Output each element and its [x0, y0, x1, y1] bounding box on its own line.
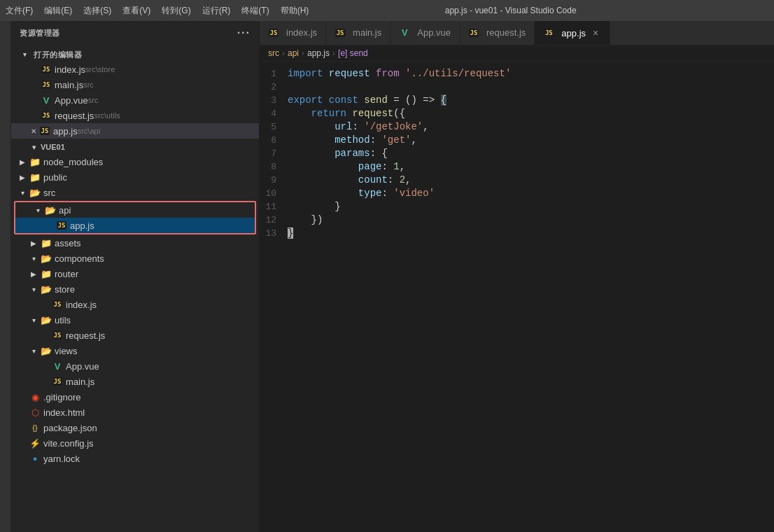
tree-item-app.js[interactable]: JSapp.js — [15, 218, 255, 233]
git-file-icon: ◉ — [29, 391, 41, 402]
tree-item-gitignore[interactable]: ◉.gitignore — [11, 389, 259, 405]
punct-token: () — [405, 94, 417, 106]
tree-item-yarn_lock[interactable]: ●yarn.lock — [11, 451, 259, 466]
menu-item[interactable]: 查看(V) — [122, 5, 150, 17]
tree-item-label: router — [55, 269, 78, 279]
sidebar-header: 资源管理器 ··· — [11, 21, 259, 45]
open-editors-section[interactable]: ▾ 打开的编辑器 — [11, 45, 259, 62]
breadcrumb-folder[interactable]: api — [288, 48, 299, 58]
line-number: 9 — [260, 174, 288, 187]
tab-close-button[interactable]: × — [590, 27, 601, 38]
tree-item-app_vue2[interactable]: VApp.vue — [11, 358, 259, 374]
tree-item-index_html[interactable]: ⬡index.html — [11, 405, 259, 420]
string-token: '../utils/request' — [405, 68, 511, 79]
tree-item-main_js2[interactable]: JSmain.js — [11, 374, 259, 389]
code-editor[interactable]: 1import request from '../utils/request'2… — [260, 62, 774, 532]
sidebar-more-button[interactable]: ··· — [237, 27, 251, 39]
open-editor-path: src\api — [78, 127, 100, 135]
punct-token — [388, 94, 393, 106]
open-editor-path: src — [88, 96, 99, 104]
function-token: send — [364, 94, 388, 106]
tab-label: request.js — [486, 27, 526, 38]
punct-token — [288, 148, 335, 159]
editor-tab-index-js[interactable]: JSindex.js — [260, 21, 326, 45]
tree-item-request_js[interactable]: JSrequest.js — [11, 328, 259, 343]
tree-item-utils[interactable]: ▾📂utils — [11, 312, 259, 328]
tree-item-label: store — [55, 284, 75, 295]
menu-item[interactable]: 编辑(E) — [44, 5, 72, 17]
tree-item-label: public — [43, 172, 67, 183]
api-folder-highlight: ▾📂apiJSapp.js — [14, 201, 256, 234]
function-token: request — [352, 108, 393, 119]
editor-tab-request-js[interactable]: JSrequest.js — [460, 21, 535, 45]
folder-chevron-icon: ▶ — [28, 270, 39, 278]
menu-bar[interactable]: 文件(F)编辑(E)选择(S)查看(V)转到(G)运行(R)终端(T)帮助(H) — [6, 5, 309, 17]
menu-item[interactable]: 终端(T) — [241, 5, 269, 17]
string-token: '/getJoke' — [364, 121, 423, 132]
folder-open-icon: 📂 — [45, 204, 56, 216]
menu-item[interactable]: 帮助(H) — [281, 5, 309, 17]
punct-token — [370, 68, 376, 79]
code-line: 1import request from '../utils/request' — [260, 67, 774, 80]
menu-item[interactable]: 转到(G) — [162, 5, 190, 17]
file-tree: ▾ 打开的编辑器 JSindex.js src\storeJSmain.js s… — [11, 45, 259, 532]
open-editor-item[interactable]: JSrequest.js src\utils — [11, 108, 259, 123]
tree-item-label: main.js — [66, 377, 94, 387]
tree-item-public[interactable]: ▶📁public — [11, 169, 259, 185]
line-number: 2 — [260, 80, 288, 94]
open-editor-item[interactable]: VApp.vue src — [11, 92, 259, 108]
breadcrumb-folder[interactable]: src — [268, 48, 279, 58]
keyword-token: return — [311, 108, 346, 119]
keyword2-token: from — [376, 68, 400, 79]
project-name: VUE01 — [41, 143, 65, 151]
tree-item-vite_config[interactable]: ⚡vite.config.js — [11, 435, 259, 451]
open-editor-item[interactable]: JSindex.js src\store — [11, 62, 259, 77]
breadcrumb-file[interactable]: app.js — [307, 48, 330, 58]
open-editor-path: src — [83, 80, 94, 89]
menu-item[interactable]: 运行(R) — [202, 5, 231, 17]
tree-item-node_modules[interactable]: ▶📁node_modules — [11, 154, 259, 169]
js-file-icon: JS — [41, 64, 52, 75]
breadcrumb-symbol[interactable]: [e] send — [338, 48, 368, 58]
open-editor-path: src\store — [85, 65, 115, 74]
tree-item-components[interactable]: ▾📂components — [11, 251, 259, 266]
line-number: 12 — [260, 214, 288, 227]
punct-token: : — [370, 148, 382, 159]
menu-item[interactable]: 文件(F) — [6, 5, 33, 17]
editor-area: JSindex.jsJSmain.jsVApp.vueJSrequest.jsJ… — [260, 21, 774, 532]
line-number: 7 — [260, 147, 288, 160]
line-number: 8 — [260, 160, 288, 174]
punct-token — [288, 214, 311, 225]
open-editor-item[interactable]: ✕JSapp.js src\api — [11, 123, 259, 139]
tab-label: index.js — [286, 27, 317, 38]
tree-item-label: request.js — [66, 330, 105, 341]
tree-item-store[interactable]: ▾📂store — [11, 281, 259, 297]
folder-chevron-icon: ▶ — [17, 158, 28, 166]
editor-tab-app-js[interactable]: JSapp.js× — [535, 21, 610, 45]
punct-token: = — [393, 94, 399, 106]
editor-tab-main-js[interactable]: JSmain.js — [326, 21, 390, 45]
tree-item-package_json[interactable]: {}package.json — [11, 420, 259, 435]
punct-token — [323, 94, 328, 106]
tree-item-assets[interactable]: ▶📁assets — [11, 235, 259, 251]
number-token: 2 — [400, 174, 405, 186]
tree-item-api[interactable]: ▾📂api — [15, 202, 255, 218]
punct-token: , — [423, 121, 428, 132]
tree-item-router[interactable]: ▶📁router — [11, 266, 259, 281]
close-editor-icon[interactable]: ✕ — [31, 127, 36, 135]
line-content: } — [288, 227, 763, 240]
json-file-icon: {} — [29, 422, 41, 433]
line-number: 11 — [260, 200, 288, 214]
menu-item[interactable]: 选择(S) — [83, 5, 111, 17]
tree-item-src[interactable]: ▾📂src — [11, 185, 259, 200]
project-section[interactable]: ▾ VUE01 — [11, 139, 259, 154]
vue-file-icon: V — [399, 27, 410, 38]
bracket-highlight-token: { — [441, 94, 446, 106]
code-line: 6 method: 'get', — [260, 134, 774, 147]
tree-item-views[interactable]: ▾📂views — [11, 343, 259, 358]
open-editor-item[interactable]: JSmain.js src — [11, 77, 259, 92]
folder-open-icon: 📂 — [41, 345, 52, 356]
editor-tab-App-vue[interactable]: VApp.vue — [390, 21, 460, 45]
line-content: count: 2, — [288, 174, 763, 187]
tree-item-store_index[interactable]: JSindex.js — [11, 297, 259, 312]
